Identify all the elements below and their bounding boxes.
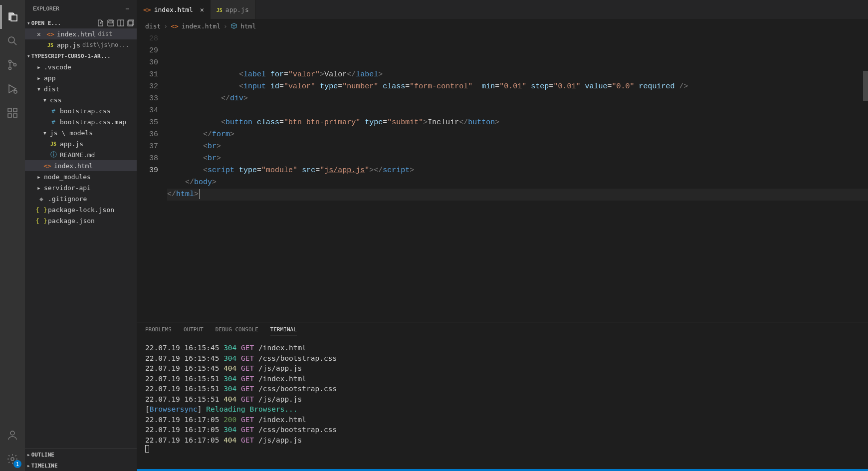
timeline-header[interactable]: ▸ TIMELINE bbox=[25, 460, 137, 471]
run-debug-icon[interactable] bbox=[0, 77, 24, 101]
outline-header[interactable]: ▸ OUTLINE bbox=[25, 449, 137, 460]
folder-item[interactable]: ▸node_modules bbox=[25, 171, 137, 182]
folder-item[interactable]: ▾js \ models bbox=[25, 127, 137, 138]
terminal-content[interactable]: 22.07.19 16:15:45 304 GET /index.html22.… bbox=[137, 339, 868, 469]
file-item[interactable]: JSapp.js bbox=[25, 138, 137, 149]
file-item[interactable]: { }package-lock.json bbox=[25, 204, 137, 215]
tab-debug-console[interactable]: DEBUG CONSOLE bbox=[216, 326, 258, 335]
file-item[interactable]: #bootstrap.css bbox=[25, 105, 137, 116]
folder-name: css bbox=[50, 96, 61, 104]
file-name: README.md bbox=[60, 151, 95, 159]
svg-rect-9 bbox=[13, 108, 17, 112]
new-file-icon[interactable] bbox=[97, 19, 105, 27]
chevron-icon: ▸ bbox=[37, 184, 44, 192]
activity-bar: 1 bbox=[0, 0, 25, 471]
file-name: package-lock.json bbox=[48, 206, 114, 214]
html-icon: <> bbox=[171, 22, 179, 30]
extensions-icon[interactable] bbox=[0, 101, 24, 125]
open-editor-item[interactable]: JSapp.jsdist\js\mo... bbox=[25, 39, 137, 50]
file-item[interactable]: <>index.html bbox=[25, 160, 137, 171]
main-area: <>index.html✕JSapp.js dist › <> index.ht… bbox=[137, 0, 868, 471]
folder-name: servidor-api bbox=[44, 184, 91, 192]
file-item[interactable]: ⓘREADME.md bbox=[25, 149, 137, 160]
svg-point-5 bbox=[14, 90, 17, 93]
folder-item[interactable]: ▾dist bbox=[25, 83, 137, 94]
cube-icon bbox=[230, 22, 237, 29]
sidebar-title: EXPLORER ⋯ bbox=[25, 0, 137, 17]
open-editors-actions bbox=[97, 19, 135, 27]
tab-output[interactable]: OUTPUT bbox=[184, 326, 204, 335]
tab-label: index.html bbox=[154, 6, 193, 13]
accounts-icon[interactable] bbox=[0, 423, 24, 447]
editor-tabs: <>index.html✕JSapp.js bbox=[137, 0, 868, 19]
breadcrumb-symbol[interactable]: html bbox=[240, 22, 256, 30]
file-icon: ⓘ bbox=[49, 150, 58, 159]
file-icon: JS bbox=[46, 42, 55, 48]
folder-item[interactable]: ▸app bbox=[25, 72, 137, 83]
code-editor[interactable]: 282930313233343536373839 <label for="val… bbox=[137, 33, 868, 322]
close-all-icon[interactable] bbox=[127, 19, 135, 27]
save-all-icon[interactable] bbox=[107, 19, 115, 27]
breadcrumb[interactable]: dist › <> index.html › html bbox=[137, 19, 868, 33]
chevron-icon: ▾ bbox=[43, 129, 50, 137]
outline-label: OUTLINE bbox=[31, 452, 54, 458]
open-editor-item[interactable]: ✕<>index.htmldist bbox=[25, 28, 137, 39]
open-editors-header[interactable]: ▾ OPEN E... bbox=[25, 17, 137, 28]
source-control-icon[interactable] bbox=[0, 53, 24, 77]
chevron-icon: ▾ bbox=[43, 96, 50, 104]
folder-name: js \ models bbox=[50, 129, 93, 137]
folder-name: node_modules bbox=[44, 173, 91, 181]
svg-rect-7 bbox=[8, 114, 11, 117]
explorer-icon[interactable] bbox=[0, 5, 24, 29]
tab-label: app.js bbox=[225, 6, 249, 13]
breadcrumb-folder[interactable]: dist bbox=[145, 22, 161, 30]
file-icon: <> bbox=[143, 6, 151, 13]
open-editors-tree: ✕<>index.htmldistJSapp.jsdist\js\mo... bbox=[25, 28, 137, 50]
code-content[interactable]: <label for="valor">Valor</label> <input … bbox=[167, 33, 868, 322]
layout-icon[interactable] bbox=[117, 19, 125, 27]
chevron-right-icon: ▸ bbox=[27, 463, 30, 469]
project-header[interactable]: ▾ TYPESCRIPT-CURSO-1-AR... bbox=[25, 50, 137, 61]
explorer-label: EXPLORER bbox=[33, 5, 59, 12]
file-name: bootstrap.css.map bbox=[60, 118, 126, 126]
file-name: app.js bbox=[60, 140, 83, 148]
file-item[interactable]: { }package.json bbox=[25, 215, 137, 226]
svg-rect-8 bbox=[13, 114, 17, 117]
project-tree: ▸.vscode▸app▾dist▾css#bootstrap.css#boot… bbox=[25, 61, 137, 226]
folder-item[interactable]: ▾css bbox=[25, 94, 137, 105]
folder-item[interactable]: ▸.vscode bbox=[25, 61, 137, 72]
file-item[interactable]: #bootstrap.css.map bbox=[25, 116, 137, 127]
file-name: index.html bbox=[54, 162, 93, 170]
chevron-right-icon: › bbox=[164, 22, 168, 30]
svg-rect-6 bbox=[8, 108, 11, 112]
status-bar[interactable] bbox=[137, 469, 868, 471]
chevron-icon: ▸ bbox=[37, 63, 44, 71]
svg-point-2 bbox=[9, 60, 11, 63]
file-name: app.js bbox=[57, 41, 80, 49]
file-name: bootstrap.css bbox=[60, 107, 111, 115]
settings-icon[interactable]: 1 bbox=[0, 447, 24, 471]
more-icon[interactable]: ⋯ bbox=[125, 5, 129, 12]
scrollbar-thumb[interactable] bbox=[863, 71, 868, 101]
folder-name: app bbox=[44, 74, 55, 82]
file-item[interactable]: ◆.gitignore bbox=[25, 193, 137, 204]
folder-item[interactable]: ▸servidor-api bbox=[25, 182, 137, 193]
editor-tab[interactable]: JSapp.js bbox=[211, 0, 255, 19]
tab-problems[interactable]: PROBLEMS bbox=[145, 326, 172, 335]
svg-point-4 bbox=[14, 64, 16, 66]
project-label: TYPESCRIPT-CURSO-1-AR... bbox=[31, 53, 111, 59]
search-icon[interactable] bbox=[0, 29, 24, 53]
svg-line-1 bbox=[14, 42, 17, 45]
file-icon: { } bbox=[37, 206, 46, 214]
file-icon: <> bbox=[43, 162, 52, 170]
file-icon: ◆ bbox=[37, 195, 46, 203]
panel-tabs: PROBLEMS OUTPUT DEBUG CONSOLE TERMINAL bbox=[137, 322, 868, 339]
close-icon[interactable]: ✕ bbox=[37, 30, 46, 38]
chevron-icon: ▸ bbox=[37, 74, 44, 82]
chevron-down-icon: ▾ bbox=[27, 53, 30, 59]
close-icon[interactable]: ✕ bbox=[200, 6, 204, 13]
tab-terminal[interactable]: TERMINAL bbox=[270, 326, 297, 335]
svg-point-11 bbox=[11, 458, 14, 461]
editor-tab[interactable]: <>index.html✕ bbox=[137, 0, 211, 19]
breadcrumb-file[interactable]: index.html bbox=[182, 22, 220, 30]
